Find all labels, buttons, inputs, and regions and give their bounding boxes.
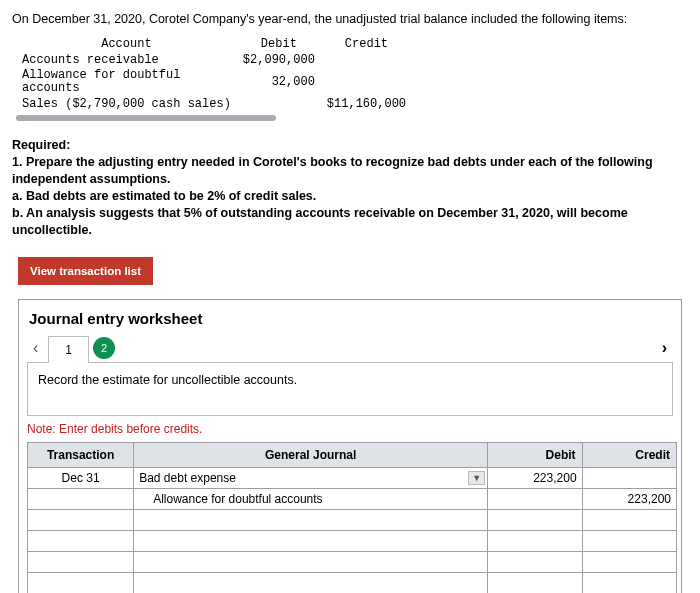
tab-row: ‹ 1 2 › bbox=[27, 335, 673, 362]
table-row: Dec 31 ▼ bbox=[28, 467, 677, 488]
tab-1[interactable]: 1 bbox=[48, 336, 89, 363]
debit-cell[interactable] bbox=[488, 551, 582, 572]
account-input[interactable] bbox=[139, 492, 482, 506]
tb-cell: $11,160,000 bbox=[321, 96, 412, 112]
intro-text: On December 31, 2020, Corotel Company's … bbox=[12, 12, 688, 26]
debit-cell[interactable] bbox=[488, 467, 582, 488]
account-input[interactable] bbox=[139, 555, 482, 569]
tb-head-account: Account bbox=[16, 36, 237, 52]
debit-cell[interactable] bbox=[488, 488, 582, 509]
scrollbar-track[interactable] bbox=[16, 115, 276, 121]
tb-cell: $2,090,000 bbox=[237, 52, 321, 68]
txn-date: Dec 31 bbox=[28, 467, 134, 488]
worksheet-title: Journal entry worksheet bbox=[29, 310, 673, 327]
gj-cell[interactable] bbox=[134, 488, 488, 509]
credit-input[interactable] bbox=[588, 534, 671, 548]
debit-input[interactable] bbox=[493, 555, 576, 569]
required-line1: 1. Prepare the adjusting entry needed in… bbox=[12, 155, 653, 186]
tb-head-credit: Credit bbox=[321, 36, 412, 52]
account-input[interactable] bbox=[139, 576, 482, 590]
trial-balance-table: Account Debit Credit Accounts receivable… bbox=[16, 36, 412, 112]
required-section: Required: 1. Prepare the adjusting entry… bbox=[12, 137, 688, 238]
credit-input[interactable] bbox=[588, 471, 671, 485]
col-credit: Credit bbox=[582, 442, 676, 467]
gj-cell[interactable] bbox=[134, 551, 488, 572]
dropdown-icon[interactable]: ▼ bbox=[468, 471, 485, 485]
credit-input[interactable] bbox=[588, 576, 671, 590]
txn-date bbox=[28, 551, 134, 572]
debit-cell[interactable] bbox=[488, 572, 582, 593]
table-row bbox=[28, 488, 677, 509]
account-input[interactable] bbox=[139, 513, 482, 527]
gj-cell[interactable] bbox=[134, 509, 488, 530]
col-transaction: Transaction bbox=[28, 442, 134, 467]
credit-cell[interactable] bbox=[582, 467, 676, 488]
tb-cell: 32,000 bbox=[237, 68, 321, 96]
account-input[interactable] bbox=[139, 471, 482, 485]
note-text: Note: Enter debits before credits. bbox=[27, 422, 673, 436]
txn-date bbox=[28, 530, 134, 551]
tb-cell: Accounts receivable bbox=[16, 52, 237, 68]
debit-input[interactable] bbox=[493, 492, 576, 506]
credit-cell[interactable] bbox=[582, 488, 676, 509]
txn-date bbox=[28, 488, 134, 509]
credit-input[interactable] bbox=[588, 555, 671, 569]
debit-input[interactable] bbox=[493, 576, 576, 590]
table-row bbox=[28, 530, 677, 551]
credit-input[interactable] bbox=[588, 492, 671, 506]
tb-cell bbox=[321, 68, 412, 96]
account-input[interactable] bbox=[139, 534, 482, 548]
instruction-box: Record the estimate for uncollectible ac… bbox=[27, 362, 673, 416]
table-row bbox=[28, 551, 677, 572]
col-general-journal: General Journal bbox=[134, 442, 488, 467]
txn-date bbox=[28, 572, 134, 593]
tb-head-debit: Debit bbox=[237, 36, 321, 52]
table-row bbox=[28, 572, 677, 593]
debit-input[interactable] bbox=[493, 471, 576, 485]
tab-2[interactable]: 2 bbox=[93, 337, 115, 359]
required-heading: Required: bbox=[12, 138, 70, 152]
gj-cell[interactable]: ▼ bbox=[134, 467, 488, 488]
view-transaction-list-button[interactable]: View transaction list bbox=[18, 257, 153, 285]
chevron-right-icon[interactable]: › bbox=[656, 339, 673, 357]
required-a: a. Bad debts are estimated to be 2% of c… bbox=[12, 189, 316, 203]
credit-cell[interactable] bbox=[582, 530, 676, 551]
tb-cell bbox=[237, 96, 321, 112]
tb-cell bbox=[321, 52, 412, 68]
credit-cell[interactable] bbox=[582, 509, 676, 530]
gj-cell[interactable] bbox=[134, 530, 488, 551]
col-debit: Debit bbox=[488, 442, 582, 467]
debit-cell[interactable] bbox=[488, 530, 582, 551]
required-b: b. An analysis suggests that 5% of outst… bbox=[12, 206, 628, 237]
txn-date bbox=[28, 509, 134, 530]
debit-input[interactable] bbox=[493, 513, 576, 527]
tb-cell: Allowance for doubtfulaccounts bbox=[16, 68, 237, 96]
gj-cell[interactable] bbox=[134, 572, 488, 593]
chevron-left-icon[interactable]: ‹ bbox=[27, 339, 44, 357]
journal-worksheet: Journal entry worksheet ‹ 1 2 › Record t… bbox=[18, 299, 682, 593]
table-row bbox=[28, 509, 677, 530]
credit-cell[interactable] bbox=[582, 572, 676, 593]
credit-input[interactable] bbox=[588, 513, 671, 527]
credit-cell[interactable] bbox=[582, 551, 676, 572]
tb-cell: Sales ($2,790,000 cash sales) bbox=[16, 96, 237, 112]
debit-cell[interactable] bbox=[488, 509, 582, 530]
journal-entry-table: Transaction General Journal Debit Credit… bbox=[27, 442, 677, 593]
debit-input[interactable] bbox=[493, 534, 576, 548]
